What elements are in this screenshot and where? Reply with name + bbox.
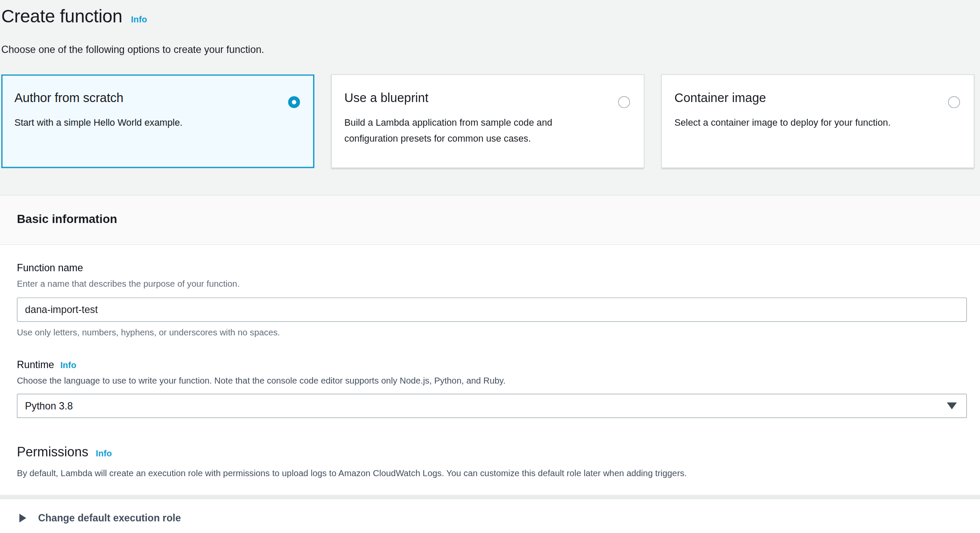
runtime-selected-option: Python 3.8: [25, 400, 73, 412]
runtime-info-link[interactable]: Info: [60, 360, 76, 370]
basic-information-header: Basic information: [0, 195, 980, 245]
section-divider: [0, 495, 980, 499]
expander-label: Change default execution role: [38, 512, 181, 524]
option-title: Use a blueprint: [344, 88, 604, 107]
page-header: Create function Info Choose one of the f…: [0, 0, 980, 56]
runtime-field: Runtime Info Choose the language to use …: [17, 338, 967, 418]
basic-information-body: Function name Enter a name that describe…: [0, 245, 980, 495]
function-name-label: Function name: [17, 262, 967, 274]
option-card-author-from-scratch[interactable]: Author from scratch Start with a simple …: [1, 74, 314, 168]
permissions-header: Permissions Info: [17, 418, 967, 459]
option-description: Start with a simple Hello World example.: [14, 115, 273, 131]
function-name-hint: Enter a name that describes the purpose …: [17, 279, 967, 289]
page-title: Create function: [1, 4, 122, 29]
function-name-field: Function name Enter a name that describe…: [17, 245, 967, 338]
change-execution-role-expander[interactable]: Change default execution role: [0, 499, 980, 533]
option-card-use-a-blueprint[interactable]: Use a blueprint Build a Lambda applicati…: [331, 74, 644, 168]
create-function-page: Create function Info Choose one of the f…: [0, 0, 980, 533]
radio-selected-icon[interactable]: [288, 96, 300, 108]
function-name-constraint: Use only letters, numbers, hyphens, or u…: [17, 328, 967, 338]
caret-down-icon: [947, 403, 957, 409]
permissions-heading: Permissions: [17, 444, 88, 459]
radio-unselected-icon[interactable]: [948, 96, 960, 108]
runtime-label: Runtime: [17, 359, 54, 371]
permissions-info-link[interactable]: Info: [96, 448, 112, 458]
caret-right-icon: [19, 513, 26, 522]
page-subtitle: Choose one of the following options to c…: [1, 44, 980, 56]
option-title: Author from scratch: [14, 88, 273, 107]
runtime-select[interactable]: Python 3.8: [17, 394, 967, 418]
permissions-description: By default, Lambda will create an execut…: [17, 468, 967, 479]
title-info-link[interactable]: Info: [131, 14, 147, 24]
option-description: Build a Lambda application from sample c…: [344, 115, 604, 147]
basic-information-panel: Basic information Function name Enter a …: [0, 195, 980, 533]
option-card-container-image[interactable]: Container image Select a container image…: [661, 74, 974, 168]
function-name-input[interactable]: [17, 297, 967, 322]
runtime-description: Choose the language to use to write your…: [17, 375, 967, 386]
option-title: Container image: [674, 88, 933, 107]
creation-option-cards: Author from scratch Start with a simple …: [1, 74, 980, 168]
option-description: Select a container image to deploy for y…: [674, 115, 933, 131]
radio-unselected-icon[interactable]: [618, 96, 630, 108]
basic-information-heading: Basic information: [17, 213, 117, 226]
